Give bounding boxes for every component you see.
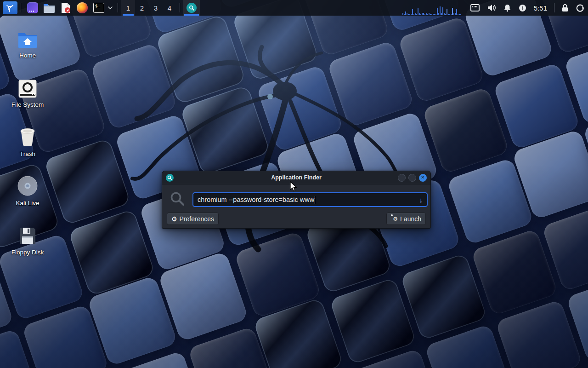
firefox-icon: [77, 2, 88, 13]
power-manager-icon[interactable]: [519, 4, 526, 12]
application-finder-window: Application Finder ✕ chromium --password…: [162, 171, 431, 229]
desktop-icon-trash[interactable]: Trash: [4, 124, 51, 157]
kali-logo-icon: [5, 3, 15, 13]
close-icon: ✕: [421, 175, 424, 180]
taskbar-item-application-finder[interactable]: [183, 0, 200, 16]
desktop-icon-file-system[interactable]: File System: [4, 75, 51, 108]
workspace-label: 2: [140, 4, 144, 12]
logout-icon[interactable]: [576, 4, 584, 12]
panel-clock[interactable]: 5:51: [534, 4, 547, 12]
launch-button[interactable]: ⚙ Launch: [386, 213, 426, 225]
desktop-icon-kali-live[interactable]: Kali Live: [4, 173, 51, 207]
panel-separator: [118, 3, 118, 12]
system-load-monitor[interactable]: [402, 0, 462, 16]
optical-disc-icon: [17, 173, 38, 196]
file-manager-icon: [43, 3, 55, 13]
gear-icon: ⚙: [171, 216, 177, 222]
launcher-terminal-emulator[interactable]: [26, 1, 39, 14]
lock-screen-icon[interactable]: [561, 4, 569, 12]
volume-icon[interactable]: [487, 4, 496, 12]
desktop-icon-label: Trash: [20, 150, 35, 157]
preferences-button[interactable]: ⚙ Preferences: [167, 213, 219, 225]
launcher-file-manager[interactable]: [43, 1, 56, 14]
panel-separator: [554, 3, 554, 12]
window-title: Application Finder: [162, 174, 430, 181]
titlebar[interactable]: Application Finder ✕: [162, 171, 430, 184]
application-finder-task-icon: [187, 3, 197, 13]
chevron-down-icon[interactable]: [107, 5, 113, 11]
top-panel: $_ 1 2 3 4: [0, 0, 588, 16]
home-folder-icon: [17, 26, 38, 49]
workspace-button-3[interactable]: 3: [149, 0, 163, 16]
search-icon: [170, 191, 185, 208]
search-input-value: chromium --password-store=basic www: [198, 196, 314, 203]
desktop-icon-home[interactable]: Home: [4, 26, 51, 59]
workspace-button-2[interactable]: 2: [135, 0, 149, 16]
launcher-terminal-dropdown[interactable]: $_: [92, 1, 105, 14]
text-caret: [315, 196, 315, 204]
launcher-firefox[interactable]: [76, 1, 89, 14]
desktop-icon-floppy-disk[interactable]: Floppy Disk: [4, 223, 51, 256]
terminal-emulator-icon: [27, 2, 38, 13]
desktop-icon-label: Floppy Disk: [11, 249, 44, 256]
applications-menu-button[interactable]: [3, 1, 17, 14]
run-icon: ⚙: [391, 216, 398, 222]
text-editor-icon: [61, 2, 71, 13]
maximize-button[interactable]: [408, 174, 416, 182]
desktop-icon-label: Home: [19, 52, 36, 59]
workspace-button-4[interactable]: 4: [163, 0, 176, 16]
workspace-label: 4: [168, 4, 171, 12]
desktop-icon-label: Kali Live: [16, 200, 39, 207]
panel-separator: [180, 3, 180, 12]
trash-can-icon: [17, 124, 38, 147]
minimize-button[interactable]: [398, 174, 406, 182]
workspace-button-1[interactable]: 1: [121, 0, 135, 16]
hard-drive-icon: [18, 75, 37, 98]
launcher-text-editor[interactable]: [59, 1, 72, 14]
floppy-disk-icon: [18, 223, 37, 246]
launch-button-label: Launch: [400, 215, 421, 223]
notifications-bell-icon[interactable]: [503, 4, 511, 12]
workspace-label: 1: [126, 4, 130, 12]
workspace-label: 3: [154, 4, 158, 12]
panel-separator: [21, 3, 21, 12]
terminal-icon: $_: [93, 3, 104, 13]
close-button[interactable]: ✕: [419, 174, 427, 182]
dropdown-arrow-icon[interactable]: ↓: [419, 196, 423, 204]
network-icon[interactable]: [470, 4, 480, 12]
desktop-icon-label: File System: [11, 101, 44, 108]
search-input[interactable]: chromium --password-store=basic www ↓: [192, 192, 428, 207]
application-finder-icon: [166, 174, 174, 182]
preferences-button-label: Preferences: [180, 215, 214, 223]
